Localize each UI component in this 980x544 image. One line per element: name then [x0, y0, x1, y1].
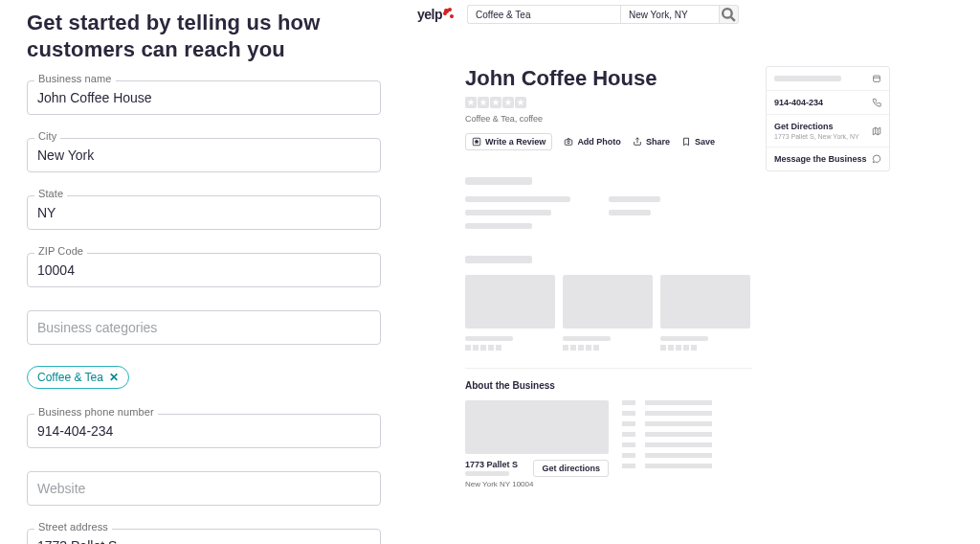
- star-icon: [490, 97, 501, 108]
- speech-bubble-icon: [872, 154, 881, 164]
- rating-stars: [465, 97, 752, 108]
- share-button[interactable]: Share: [633, 137, 670, 147]
- street-label: Street address: [34, 521, 112, 533]
- categories-field: [27, 310, 381, 345]
- search-where-input[interactable]: [620, 5, 720, 24]
- star-icon: [515, 97, 526, 108]
- remove-icon[interactable]: ✕: [109, 371, 119, 384]
- state-input[interactable]: [27, 195, 381, 230]
- city-input[interactable]: [27, 138, 381, 172]
- street-field: Street address: [27, 529, 381, 544]
- zip-field: ZIP Code: [27, 253, 381, 287]
- business-setup-form: Get started by telling us how customers …: [0, 0, 406, 544]
- about-address-2: New York NY 10004: [465, 480, 533, 488]
- phone-input[interactable]: [27, 414, 381, 448]
- category-chip[interactable]: Coffee & Tea ✕: [27, 366, 129, 389]
- photo-placeholder: [660, 275, 750, 329]
- search-button[interactable]: [720, 5, 739, 24]
- categories-input[interactable]: [27, 310, 381, 345]
- star-icon: [502, 97, 514, 108]
- action-bar: Write a Review Add Photo Share Save: [465, 133, 752, 150]
- business-name-field: Business name: [27, 80, 381, 115]
- star-icon: [478, 97, 489, 108]
- about-address-1: 1773 Pallet S: [465, 460, 533, 469]
- state-label: State: [34, 188, 67, 199]
- svg-point-4: [568, 141, 570, 144]
- bookmark-icon: [681, 137, 691, 147]
- website-field: [27, 471, 381, 506]
- camera-icon: [564, 137, 573, 147]
- website-input[interactable]: [27, 471, 381, 506]
- page-title: Get started by telling us how customers …: [27, 10, 379, 63]
- clock-icon: [872, 74, 881, 83]
- info-row-hours: [767, 67, 889, 91]
- state-field: State: [27, 195, 381, 230]
- info-row-message[interactable]: Message the Business: [767, 147, 889, 170]
- preview-main: John Coffee House Coffee & Tea, coffee W…: [465, 66, 752, 488]
- phone-icon: [872, 98, 881, 107]
- photo-placeholder: [563, 275, 653, 329]
- get-directions-button[interactable]: Get directions: [533, 460, 609, 477]
- city-label: City: [34, 130, 60, 142]
- map-icon: [872, 126, 881, 136]
- zip-label: ZIP Code: [34, 245, 87, 257]
- yelp-burst-icon: [444, 9, 456, 20]
- business-name-input[interactable]: [27, 80, 381, 115]
- preview-page: John Coffee House Coffee & Tea, coffee W…: [406, 29, 980, 544]
- phone-field: Business phone number: [27, 414, 381, 448]
- map-placeholder: [465, 400, 609, 454]
- write-review-button[interactable]: Write a Review: [465, 133, 552, 150]
- preview-search: [467, 5, 739, 24]
- star-icon: [465, 97, 477, 108]
- info-row-directions[interactable]: Get Directions1773 Pallet S, New York, N…: [767, 115, 889, 147]
- add-photo-button[interactable]: Add Photo: [564, 137, 621, 147]
- category-chip-label: Coffee & Tea: [37, 371, 103, 384]
- photo-placeholder: [465, 275, 555, 329]
- preview-categories: Coffee & Tea, coffee: [465, 114, 752, 124]
- business-name-label: Business name: [34, 73, 116, 84]
- svg-rect-5: [874, 76, 880, 81]
- skeleton-block: [465, 177, 752, 229]
- preview-header: yelp: [406, 0, 980, 29]
- search-icon: [720, 6, 738, 24]
- zip-input[interactable]: [27, 253, 381, 287]
- city-field: City: [27, 138, 381, 172]
- search-what-input[interactable]: [467, 5, 620, 24]
- live-preview: yelp John Coffee House Coffee & T: [406, 0, 980, 544]
- svg-point-0: [723, 9, 732, 18]
- about-section-title: About the Business: [465, 380, 752, 391]
- svg-line-1: [731, 16, 735, 20]
- photo-thumbs: [465, 275, 752, 329]
- save-button[interactable]: Save: [681, 137, 715, 147]
- svg-rect-3: [566, 140, 573, 145]
- share-icon: [633, 137, 642, 147]
- info-card: 914-404-234 Get Directions1773 Pallet S,…: [766, 66, 890, 171]
- preview-business-title: John Coffee House: [465, 66, 752, 91]
- phone-label: Business phone number: [34, 406, 158, 418]
- yelp-logo: yelp: [417, 7, 456, 22]
- star-box-icon: [472, 137, 481, 147]
- info-row-phone[interactable]: 914-404-234: [767, 91, 889, 115]
